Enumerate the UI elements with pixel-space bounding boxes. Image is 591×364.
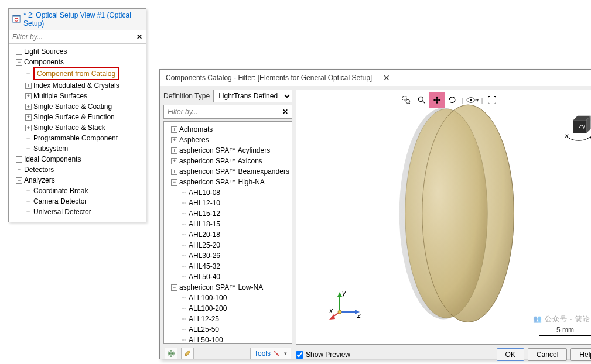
tree-branch[interactable]: +Light Sources xyxy=(10,46,145,57)
tree-branch[interactable]: +Multiple Surfaces xyxy=(16,91,145,101)
tree-leaf[interactable]: ┄Camera Detector xyxy=(16,196,145,207)
tree-item-label[interactable]: Universal Detector xyxy=(33,208,91,216)
tree-item-label[interactable]: AHL25-20 xyxy=(189,241,220,249)
tree-item-label[interactable]: Subsystem xyxy=(33,145,68,153)
close-icon[interactable]: ✕ xyxy=(383,73,591,83)
tree-item-label[interactable]: Multiple Surfaces xyxy=(33,92,87,100)
tree-branch[interactable]: +Single Surface & Function xyxy=(16,112,145,122)
tree-item-label[interactable]: Single Surface & Coating xyxy=(33,102,112,111)
tree-item-label[interactable]: Detectors xyxy=(24,166,54,174)
expand-icon[interactable]: + xyxy=(25,93,32,99)
tree-item-label[interactable]: AHL12-10 xyxy=(189,199,220,207)
tree-leaf[interactable]: ┄Subsystem xyxy=(16,143,145,154)
tree-item-label[interactable]: AHL50-40 xyxy=(189,273,220,281)
tree-item-label[interactable]: ALL50-100 xyxy=(189,336,223,344)
tree-branch[interactable]: −Analyzers┄Coordinate Break┄Camera Detec… xyxy=(10,175,145,217)
globe-button[interactable] xyxy=(165,348,177,359)
tree-leaf[interactable]: ┄AHL15-12 xyxy=(171,208,291,219)
tree-leaf[interactable]: ┄Coordinate Break xyxy=(16,186,145,196)
expand-icon[interactable]: + xyxy=(25,114,32,121)
collapse-icon[interactable]: − xyxy=(16,59,22,66)
expand-icon[interactable]: + xyxy=(16,156,22,163)
show-preview-input[interactable] xyxy=(296,351,303,359)
tree-branch[interactable]: +Single Surface & Coating xyxy=(16,101,145,112)
tree-branch[interactable]: −asphericon SPA™ Low-NA┄ALL100-100┄ALL10… xyxy=(165,282,291,344)
filter-input[interactable] xyxy=(9,30,133,43)
tree-leaf[interactable]: ┄AHL45-32 xyxy=(171,261,291,272)
definition-type-select[interactable]: LightTrans Defined xyxy=(213,90,292,102)
tree-branch[interactable]: +Ideal Components xyxy=(10,154,145,164)
dialog-filter-input[interactable] xyxy=(164,105,279,118)
tree-branch[interactable]: −asphericon SPA™ High-NA┄AHL10-08┄AHL12-… xyxy=(165,177,291,282)
tree-leaf[interactable]: ┄ALL100-200 xyxy=(171,303,291,314)
expand-icon[interactable]: + xyxy=(25,125,32,131)
tree-item-label[interactable]: Index Modulated & Crystals xyxy=(33,81,119,90)
collapse-icon[interactable]: − xyxy=(171,284,177,291)
tree-item-label[interactable]: AHL10-08 xyxy=(189,188,220,197)
tree-branch[interactable]: +Achromats xyxy=(165,124,291,135)
tree-item-label[interactable]: ALL100-200 xyxy=(189,304,227,313)
tree-item-label[interactable]: Components xyxy=(24,58,64,66)
tree-item-label[interactable]: Analyzers xyxy=(24,176,55,184)
tree-branch[interactable]: +Index Modulated & Crystals xyxy=(16,80,145,91)
tree-item-label[interactable]: AHL18-15 xyxy=(189,220,220,228)
tools-button[interactable]: Tools ▾ xyxy=(250,348,291,359)
expand-icon[interactable]: + xyxy=(171,126,177,133)
tree-leaf[interactable]: ┄Component from Catalog xyxy=(16,67,145,80)
tree-item-label[interactable]: ALL100-100 xyxy=(189,294,227,302)
tree-item-label[interactable]: Programmable Component xyxy=(33,134,118,142)
collapse-icon[interactable]: − xyxy=(16,177,22,184)
tree-item-label[interactable]: Achromats xyxy=(179,125,213,133)
tree-item-label[interactable]: AHL15-12 xyxy=(189,210,220,218)
cancel-button[interactable]: Cancel xyxy=(528,348,567,361)
tree-item-label[interactable]: AHL20-18 xyxy=(189,231,220,239)
tree-branch[interactable]: +Single Surface & Stack xyxy=(16,122,145,133)
tree-branch[interactable]: +asphericon SPA™ Axicons xyxy=(165,156,291,166)
tree-item-label[interactable]: ALL25-50 xyxy=(189,325,219,334)
expand-icon[interactable]: + xyxy=(16,49,22,55)
tree-item-label[interactable]: AHL30-26 xyxy=(189,252,220,260)
tree-leaf[interactable]: ┄ALL100-100 xyxy=(171,293,291,303)
tree-item-label[interactable]: asphericon SPA™ Acylinders xyxy=(179,146,270,154)
collapse-icon[interactable]: − xyxy=(171,179,177,186)
tree-leaf[interactable]: ┄ALL50-100 xyxy=(171,335,291,344)
tree-leaf[interactable]: ┄ALL12-25 xyxy=(171,314,291,324)
tree-leaf[interactable]: ┄AHL10-08 xyxy=(171,187,291,198)
tree-item-label[interactable]: Ideal Components xyxy=(24,155,81,163)
clear-filter-button[interactable]: ✕ xyxy=(133,30,146,43)
tree-item-label[interactable]: Light Sources xyxy=(24,47,67,56)
show-preview-checkbox[interactable]: Show Preview xyxy=(296,351,350,359)
tree-leaf[interactable]: ┄AHL12-10 xyxy=(171,198,291,208)
tree-item-label[interactable]: Component from Catalog xyxy=(33,67,119,80)
tree-item-label[interactable]: Single Surface & Stack xyxy=(33,123,105,132)
tree-branch[interactable]: +Aspheres xyxy=(165,135,291,145)
tree-item-label[interactable]: asphericon SPA™ Axicons xyxy=(179,157,262,165)
tree-branch[interactable]: +asphericon SPA™ Beamexpanders xyxy=(165,166,291,177)
tree-item-label[interactable]: asphericon SPA™ High-NA xyxy=(179,178,265,186)
tree-leaf[interactable]: ┄AHL20-18 xyxy=(171,229,291,240)
tree-item-label[interactable]: asphericon SPA™ Low-NA xyxy=(179,283,263,291)
expand-icon[interactable]: + xyxy=(171,137,177,143)
tree-branch[interactable]: +asphericon SPA™ Acylinders xyxy=(165,145,291,156)
tree-branch[interactable]: −Components┄Component from Catalog+Index… xyxy=(10,57,145,154)
tree-item-label[interactable]: Aspheres xyxy=(179,136,209,144)
tree-leaf[interactable]: ┄ALL25-50 xyxy=(171,324,291,335)
help-button[interactable]: Help xyxy=(570,348,591,361)
expand-icon[interactable]: + xyxy=(16,167,22,173)
tree-leaf[interactable]: ┄AHL30-26 xyxy=(171,250,291,261)
tree-leaf[interactable]: ┄AHL50-40 xyxy=(171,272,291,282)
tree-item-label[interactable]: ALL12-25 xyxy=(189,315,219,323)
tree-leaf[interactable]: ┄Universal Detector xyxy=(16,207,145,217)
tree-item-label[interactable]: Single Surface & Function xyxy=(33,113,115,121)
expand-icon[interactable]: + xyxy=(25,83,32,89)
tree-item-label[interactable]: Camera Detector xyxy=(33,197,87,205)
dialog-clear-filter-button[interactable]: ✕ xyxy=(279,105,292,118)
expand-icon[interactable]: + xyxy=(171,147,177,154)
tree-item-label[interactable]: AHL45-32 xyxy=(189,262,220,270)
expand-icon[interactable]: + xyxy=(25,104,32,110)
preview-viewport[interactable]: | ▾ | zy x z xyxy=(296,90,591,345)
tree-leaf[interactable]: ┄AHL25-20 xyxy=(171,240,291,250)
tree-branch[interactable]: +Detectors xyxy=(10,164,145,175)
tree-item-label[interactable]: Coordinate Break xyxy=(33,187,88,195)
expand-icon[interactable]: + xyxy=(171,158,177,164)
